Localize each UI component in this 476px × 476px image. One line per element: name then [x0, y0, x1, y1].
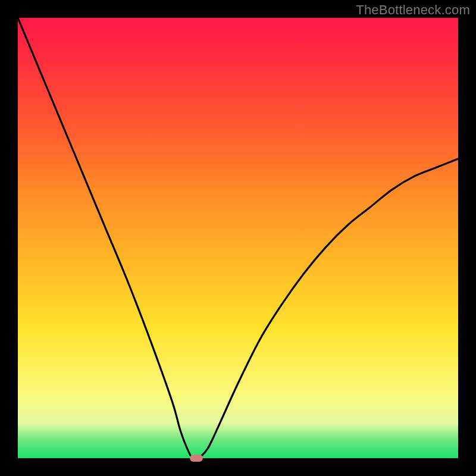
chart-frame: TheBottleneck.com: [0, 0, 476, 476]
chart-plot-area: [18, 18, 458, 458]
optimal-marker: [190, 455, 203, 462]
watermark-text: TheBottleneck.com: [356, 2, 470, 18]
curve-path: [18, 18, 458, 458]
bottleneck-curve: [18, 18, 458, 458]
